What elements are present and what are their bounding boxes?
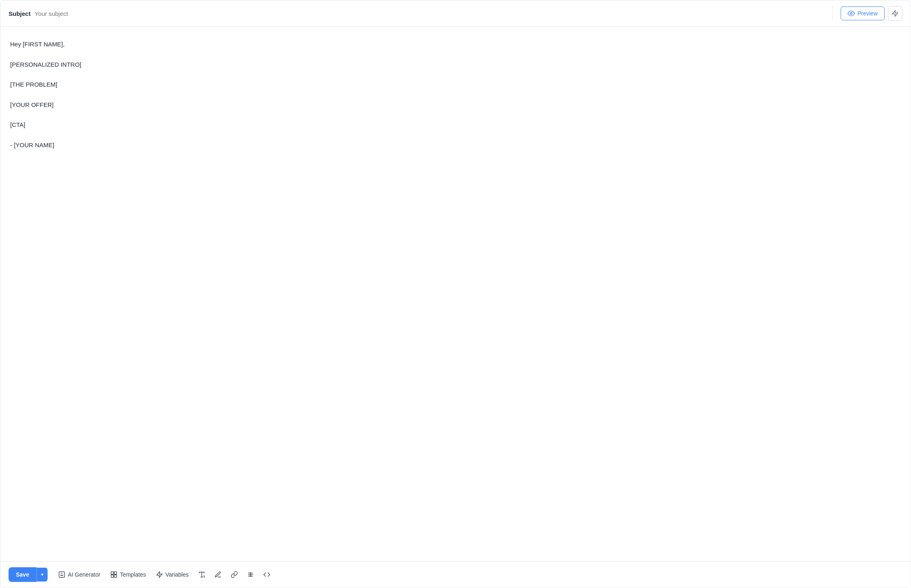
svg-rect-4: [114, 572, 117, 574]
edit-button[interactable]: [211, 567, 225, 582]
body-area[interactable]: Hey [FIRST NAME], [PERSONALIZED INTRO] […: [0, 27, 911, 561]
more-icon: [247, 571, 254, 578]
variables-button[interactable]: Variables: [152, 568, 193, 581]
font-icon: [198, 571, 205, 578]
svg-rect-6: [114, 575, 117, 577]
toolbar: Save ▾ AI Generator Templates: [0, 561, 911, 588]
templates-icon: [110, 571, 118, 578]
font-button[interactable]: [194, 567, 209, 582]
svg-point-2: [61, 573, 62, 574]
code-icon: [263, 571, 270, 578]
templates-label: Templates: [120, 571, 146, 578]
body-line-1: Hey [FIRST NAME],: [10, 39, 901, 50]
body-line-3: [THE PROBLEM]: [10, 79, 901, 90]
svg-rect-5: [111, 575, 113, 577]
link-button[interactable]: [227, 567, 242, 582]
templates-button[interactable]: Templates: [106, 568, 150, 581]
preview-label: Preview: [857, 10, 878, 17]
svg-rect-1: [59, 572, 65, 577]
eye-icon: [848, 10, 855, 17]
variables-label: Variables: [166, 571, 189, 578]
ai-generator-button[interactable]: AI Generator: [54, 568, 105, 581]
save-dropdown-button[interactable]: ▾: [37, 568, 48, 581]
more-button[interactable]: [243, 567, 258, 582]
ai-generator-icon: [58, 571, 65, 578]
subject-label: Subject: [9, 10, 31, 17]
body-line-5: [CTA]: [10, 120, 901, 130]
subject-row: Subject Preview: [0, 0, 911, 27]
save-button[interactable]: Save: [9, 567, 37, 582]
email-composer: Subject Preview Hey [FIRST NAME], [PERSO…: [0, 0, 911, 588]
bolt-icon: [891, 10, 899, 17]
save-button-group: Save ▾: [9, 567, 48, 582]
code-button[interactable]: [259, 567, 274, 582]
body-line-2: [PERSONALIZED INTRO]: [10, 59, 901, 70]
link-icon: [231, 571, 238, 578]
variables-icon: [156, 571, 163, 578]
subject-actions: Preview: [832, 6, 902, 21]
svg-point-0: [850, 13, 852, 15]
svg-rect-3: [111, 572, 113, 574]
body-line-4: [YOUR OFFER]: [10, 100, 901, 110]
subject-input[interactable]: [35, 10, 824, 17]
ai-generator-label: AI Generator: [68, 571, 100, 578]
flash-button[interactable]: [888, 6, 902, 21]
body-line-6: - [YOUR NAME]: [10, 140, 901, 150]
preview-button[interactable]: Preview: [841, 7, 885, 20]
edit-icon: [214, 571, 222, 578]
dropdown-arrow: ▾: [41, 572, 44, 577]
email-body-text: Hey [FIRST NAME], [PERSONALIZED INTRO] […: [10, 39, 901, 150]
